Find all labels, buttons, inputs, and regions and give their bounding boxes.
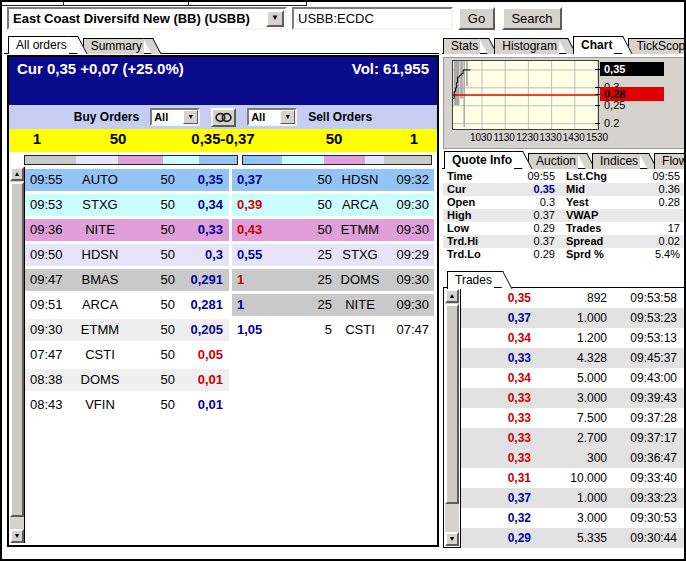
trades-list: 0,3589209:53:580,371.00009:53:230,341.20…: [461, 288, 684, 548]
trade-row[interactable]: 0,371.00009:33:23: [461, 488, 684, 508]
chevron-down-icon[interactable]: ▼: [183, 110, 198, 124]
ask-row[interactable]: 125DOMS09:30: [232, 269, 434, 291]
tab-summary[interactable]: Summary: [83, 38, 144, 54]
buy-filter-select[interactable]: All ▼: [150, 108, 200, 126]
ask-size-total: 50: [303, 130, 365, 147]
order-size: 50: [129, 194, 175, 216]
sell-filter-select[interactable]: All ▼: [247, 108, 297, 126]
trade-size: 1.200: [531, 328, 607, 348]
bid-row[interactable]: 09:50HDSN500,3: [25, 244, 229, 266]
trade-row[interactable]: 0,345.00009:43:00: [461, 368, 684, 388]
order-time: 09:30: [388, 294, 434, 316]
chart-y-tick: 0.2: [600, 116, 640, 130]
market-maker: ARCA: [332, 194, 388, 216]
quote-value: 0.37: [489, 235, 555, 248]
tab-quote-info[interactable]: Quote Info: [444, 151, 514, 169]
order-price: 0,3: [175, 244, 229, 266]
quote-label: Low: [443, 222, 489, 235]
order-time: 08:38: [25, 369, 71, 391]
tab-flow[interactable]: Flow: [654, 153, 686, 169]
bid-row[interactable]: 09:47BMAS500,291: [25, 269, 229, 291]
tab-auction[interactable]: Auction: [528, 153, 578, 169]
trade-time: 09:39:43: [607, 388, 684, 408]
order-price: 0,55: [232, 244, 284, 266]
price-chart-plot[interactable]: [452, 60, 599, 130]
trade-row[interactable]: 0,332.70009:37:17: [461, 428, 684, 448]
trade-row[interactable]: 0,341.20009:53:13: [461, 328, 684, 348]
ask-row[interactable]: 0,3950ARCA09:30: [232, 194, 434, 216]
search-button[interactable]: Search: [502, 7, 562, 30]
trade-row[interactable]: 0,3589209:53:58: [461, 288, 684, 308]
depth-segment: [282, 156, 323, 164]
bid-row[interactable]: 09:51ARCA500,281: [25, 294, 229, 316]
tab-trades[interactable]: Trades: [447, 271, 494, 289]
ask-row[interactable]: 0,5525STXG09:29: [232, 244, 434, 266]
trade-price: 0,37: [461, 308, 531, 328]
trade-row[interactable]: 0,3110.00009:33:40: [461, 468, 684, 488]
quote-label: Open: [443, 196, 489, 209]
chevron-down-icon[interactable]: ▼: [280, 110, 295, 124]
quote-value: 0.35: [489, 183, 555, 196]
order-price: 0,05: [175, 344, 229, 366]
quote-row: Time09:55Lst.Chg09:55: [443, 170, 685, 183]
trade-time: 09:53:13: [607, 328, 684, 348]
tab-indices[interactable]: Indices: [592, 153, 640, 169]
ask-row[interactable]: 125NITE09:30: [232, 294, 434, 316]
tab-tickscope[interactable]: TickScope: [628, 38, 686, 54]
trade-row[interactable]: 0,333.00009:39:43: [461, 388, 684, 408]
tab-chart[interactable]: Chart: [573, 36, 614, 54]
trades-tabstrip: Trades: [447, 271, 508, 289]
scroll-up-button[interactable]: ▲: [10, 167, 24, 181]
order-size: 50: [129, 369, 175, 391]
bid-row[interactable]: 09:55AUTO500,35: [25, 169, 229, 191]
bid-row[interactable]: 09:30ETMM500,205: [25, 319, 229, 341]
symbol-select[interactable]: East Coast Diversifd New (BB) (USBB) ▼: [7, 7, 287, 30]
tab-stats[interactable]: Stats: [443, 38, 480, 54]
scroll-down-button[interactable]: ▼: [445, 532, 459, 546]
bid-row[interactable]: 09:36NITE500,33: [25, 219, 229, 241]
link-button[interactable]: [211, 108, 236, 127]
trade-row[interactable]: 0,323.00009:30:53: [461, 508, 684, 528]
ask-row[interactable]: 1,055CSTI07:47: [232, 319, 434, 341]
bid-row[interactable]: 08:38DOMS500,01: [25, 369, 229, 391]
bid-row[interactable]: 09:53STXG500,34: [25, 194, 229, 216]
trade-row[interactable]: 0,3330009:36:47: [461, 448, 684, 468]
panel-tabs: StatsHistogramChartTickScope: [443, 36, 686, 54]
chevron-down-icon[interactable]: ▼: [266, 10, 284, 27]
market-maker: ETMM: [71, 319, 129, 341]
scroll-thumb[interactable]: [10, 182, 24, 517]
tab-all-orders[interactable]: All orders: [8, 36, 69, 54]
order-size: 25: [284, 269, 332, 291]
order-size: 50: [284, 194, 332, 216]
market-maker: NITE: [332, 294, 388, 316]
quote-label: Spread: [555, 235, 615, 248]
scroll-thumb[interactable]: [445, 304, 459, 504]
trade-row[interactable]: 0,337.50009:37:28: [461, 408, 684, 428]
scroll-down-button[interactable]: ▼: [10, 529, 24, 543]
bid-row[interactable]: 08:43VFIN500,01: [25, 394, 229, 416]
tab-histogram[interactable]: Histogram: [494, 38, 559, 54]
top-cutoff-strip: [2, 2, 307, 6]
go-button[interactable]: Go: [458, 7, 495, 30]
bid-rows: 09:55AUTO500,3509:53STXG500,3409:36NITE5…: [25, 169, 229, 419]
depth-segment: [243, 156, 282, 164]
volume-bar: [463, 61, 465, 127]
ask-rows: 0,3750HDSN09:320,3950ARCA09:300,4350ETMM…: [232, 169, 434, 344]
trade-time: 09:45:37: [607, 348, 684, 368]
trades-scrollbar[interactable]: ▲ ▼: [445, 289, 459, 546]
bid-row[interactable]: 07:47CSTI500,05: [25, 344, 229, 366]
order-time: 08:43: [25, 394, 71, 416]
ask-row[interactable]: 0,3750HDSN09:32: [232, 169, 434, 191]
trade-row[interactable]: 0,371.00009:53:23: [461, 308, 684, 328]
symbol-input[interactable]: [292, 7, 453, 30]
trade-row[interactable]: 0,295.33509:30:44: [461, 528, 684, 548]
ask-row[interactable]: 0,4350ETMM09:30: [232, 219, 434, 241]
scroll-up-button[interactable]: ▲: [445, 289, 459, 303]
link-icon: [215, 112, 232, 123]
quote-value: 0.29: [489, 248, 555, 261]
trade-row[interactable]: 0,334.32809:45:37: [461, 348, 684, 368]
quote-row: Trd.Lo0.29Sprd %5.4%: [443, 248, 685, 261]
book-scrollbar[interactable]: ▲ ▼: [10, 167, 24, 543]
order-price: 0,39: [232, 194, 284, 216]
order-price: 0,43: [232, 219, 284, 241]
